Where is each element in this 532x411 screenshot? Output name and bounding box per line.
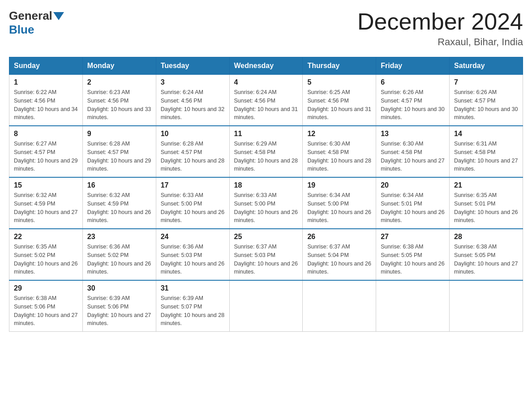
day-info: Sunrise: 6:32 AMSunset: 4:59 PMDaylight:…: [87, 191, 151, 225]
day-info: Sunrise: 6:33 AMSunset: 5:00 PMDaylight:…: [161, 191, 225, 225]
calendar-cell: 24Sunrise: 6:36 AMSunset: 5:03 PMDayligh…: [156, 229, 229, 280]
day-info: Sunrise: 6:30 AMSunset: 4:58 PMDaylight:…: [307, 140, 371, 173]
calendar-cell: 16Sunrise: 6:32 AMSunset: 4:59 PMDayligh…: [82, 177, 156, 229]
calendar-cell: 11Sunrise: 6:29 AMSunset: 4:58 PMDayligh…: [229, 126, 303, 177]
calendar-week-row: 15Sunrise: 6:32 AMSunset: 4:59 PMDayligh…: [9, 177, 523, 229]
calendar-week-row: 22Sunrise: 6:35 AMSunset: 5:02 PMDayligh…: [9, 229, 523, 280]
calendar-header-row: SundayMondayTuesdayWednesdayThursdayFrid…: [9, 57, 523, 75]
calendar-table: SundayMondayTuesdayWednesdayThursdayFrid…: [9, 57, 523, 332]
day-info: Sunrise: 6:33 AMSunset: 5:00 PMDaylight:…: [234, 191, 298, 225]
calendar-cell: 30Sunrise: 6:39 AMSunset: 5:06 PMDayligh…: [82, 280, 156, 332]
calendar-cell: 28Sunrise: 6:38 AMSunset: 5:05 PMDayligh…: [450, 229, 523, 280]
day-info: Sunrise: 6:32 AMSunset: 4:59 PMDaylight:…: [14, 191, 78, 225]
day-number: 2: [87, 78, 151, 86]
calendar-cell: [450, 280, 523, 332]
day-number: 29: [14, 284, 78, 292]
day-info: Sunrise: 6:36 AMSunset: 5:02 PMDaylight:…: [87, 243, 151, 276]
logo-arrow-icon: [53, 12, 64, 20]
calendar-header-friday: Friday: [376, 57, 450, 75]
calendar-week-row: 29Sunrise: 6:38 AMSunset: 5:06 PMDayligh…: [9, 280, 523, 332]
calendar-cell: 14Sunrise: 6:31 AMSunset: 4:58 PMDayligh…: [450, 126, 523, 177]
day-info: Sunrise: 6:38 AMSunset: 5:05 PMDaylight:…: [454, 243, 518, 276]
calendar-header-thursday: Thursday: [303, 57, 376, 75]
day-info: Sunrise: 6:37 AMSunset: 5:03 PMDaylight:…: [234, 243, 298, 276]
day-number: 21: [454, 181, 518, 189]
calendar-cell: 25Sunrise: 6:37 AMSunset: 5:03 PMDayligh…: [229, 229, 303, 280]
calendar-header-sunday: Sunday: [9, 57, 83, 75]
day-number: 27: [381, 233, 445, 241]
day-info: Sunrise: 6:23 AMSunset: 4:56 PMDaylight:…: [87, 88, 151, 122]
logo-general-text: General: [9, 9, 52, 23]
calendar-cell: 9Sunrise: 6:28 AMSunset: 4:57 PMDaylight…: [82, 126, 156, 177]
calendar-cell: 26Sunrise: 6:37 AMSunset: 5:04 PMDayligh…: [303, 229, 376, 280]
title-block: December 2024 Raxaul, Bihar, India: [357, 9, 523, 48]
calendar-cell: [229, 280, 303, 332]
day-number: 19: [307, 181, 371, 189]
day-number: 23: [87, 233, 151, 241]
day-info: Sunrise: 6:39 AMSunset: 5:07 PMDaylight:…: [161, 294, 225, 328]
month-title: December 2024: [357, 9, 523, 34]
calendar-cell: 10Sunrise: 6:28 AMSunset: 4:57 PMDayligh…: [156, 126, 229, 177]
day-number: 9: [87, 130, 151, 138]
calendar-cell: 1Sunrise: 6:22 AMSunset: 4:56 PMDaylight…: [9, 75, 83, 126]
page-header: General Blue December 2024 Raxaul, Bihar…: [9, 9, 523, 48]
calendar-week-row: 1Sunrise: 6:22 AMSunset: 4:56 PMDaylight…: [9, 75, 523, 126]
day-number: 6: [381, 78, 445, 86]
calendar-cell: 29Sunrise: 6:38 AMSunset: 5:06 PMDayligh…: [9, 280, 83, 332]
day-info: Sunrise: 6:25 AMSunset: 4:56 PMDaylight:…: [307, 88, 371, 122]
day-number: 16: [87, 181, 151, 189]
logo-blue-text: Blue: [9, 23, 34, 37]
day-number: 28: [454, 233, 518, 241]
day-info: Sunrise: 6:36 AMSunset: 5:03 PMDaylight:…: [161, 243, 225, 276]
calendar-cell: 21Sunrise: 6:35 AMSunset: 5:01 PMDayligh…: [450, 177, 523, 229]
day-info: Sunrise: 6:24 AMSunset: 4:56 PMDaylight:…: [161, 88, 225, 122]
day-number: 4: [234, 78, 298, 86]
calendar-header-saturday: Saturday: [450, 57, 523, 75]
day-info: Sunrise: 6:38 AMSunset: 5:06 PMDaylight:…: [14, 294, 78, 328]
day-number: 30: [87, 284, 151, 292]
day-number: 3: [161, 78, 225, 86]
day-info: Sunrise: 6:27 AMSunset: 4:57 PMDaylight:…: [14, 140, 78, 173]
calendar-cell: 5Sunrise: 6:25 AMSunset: 4:56 PMDaylight…: [303, 75, 376, 126]
day-info: Sunrise: 6:24 AMSunset: 4:56 PMDaylight:…: [234, 88, 298, 122]
day-number: 10: [161, 130, 225, 138]
day-number: 20: [381, 181, 445, 189]
day-number: 1: [14, 78, 78, 86]
calendar-week-row: 8Sunrise: 6:27 AMSunset: 4:57 PMDaylight…: [9, 126, 523, 177]
calendar-cell: 3Sunrise: 6:24 AMSunset: 4:56 PMDaylight…: [156, 75, 229, 126]
day-info: Sunrise: 6:22 AMSunset: 4:56 PMDaylight:…: [14, 88, 78, 122]
day-info: Sunrise: 6:34 AMSunset: 5:01 PMDaylight:…: [381, 191, 445, 225]
day-number: 13: [381, 130, 445, 138]
calendar-cell: 4Sunrise: 6:24 AMSunset: 4:56 PMDaylight…: [229, 75, 303, 126]
day-info: Sunrise: 6:35 AMSunset: 5:02 PMDaylight:…: [14, 243, 78, 276]
day-number: 24: [161, 233, 225, 241]
day-info: Sunrise: 6:31 AMSunset: 4:58 PMDaylight:…: [454, 140, 518, 173]
day-info: Sunrise: 6:34 AMSunset: 5:00 PMDaylight:…: [307, 191, 371, 225]
day-number: 15: [14, 181, 78, 189]
calendar-cell: 20Sunrise: 6:34 AMSunset: 5:01 PMDayligh…: [376, 177, 450, 229]
day-info: Sunrise: 6:26 AMSunset: 4:57 PMDaylight:…: [381, 88, 445, 122]
day-number: 7: [454, 78, 518, 86]
calendar-cell: 18Sunrise: 6:33 AMSunset: 5:00 PMDayligh…: [229, 177, 303, 229]
calendar-cell: 12Sunrise: 6:30 AMSunset: 4:58 PMDayligh…: [303, 126, 376, 177]
day-number: 18: [234, 181, 298, 189]
calendar-cell: 31Sunrise: 6:39 AMSunset: 5:07 PMDayligh…: [156, 280, 229, 332]
day-number: 31: [161, 284, 225, 292]
day-number: 14: [454, 130, 518, 138]
day-number: 8: [14, 130, 78, 138]
day-number: 12: [307, 130, 371, 138]
day-number: 26: [307, 233, 371, 241]
day-info: Sunrise: 6:35 AMSunset: 5:01 PMDaylight:…: [454, 191, 518, 225]
day-number: 25: [234, 233, 298, 241]
calendar-header-wednesday: Wednesday: [229, 57, 303, 75]
day-info: Sunrise: 6:37 AMSunset: 5:04 PMDaylight:…: [307, 243, 371, 276]
day-number: 5: [307, 78, 371, 86]
calendar-cell: 7Sunrise: 6:26 AMSunset: 4:57 PMDaylight…: [450, 75, 523, 126]
calendar-cell: 2Sunrise: 6:23 AMSunset: 4:56 PMDaylight…: [82, 75, 156, 126]
day-info: Sunrise: 6:39 AMSunset: 5:06 PMDaylight:…: [87, 294, 151, 328]
calendar-cell: 15Sunrise: 6:32 AMSunset: 4:59 PMDayligh…: [9, 177, 83, 229]
day-info: Sunrise: 6:30 AMSunset: 4:58 PMDaylight:…: [381, 140, 445, 173]
location: Raxaul, Bihar, India: [357, 36, 523, 48]
calendar-cell: 8Sunrise: 6:27 AMSunset: 4:57 PMDaylight…: [9, 126, 83, 177]
day-info: Sunrise: 6:28 AMSunset: 4:57 PMDaylight:…: [161, 140, 225, 173]
